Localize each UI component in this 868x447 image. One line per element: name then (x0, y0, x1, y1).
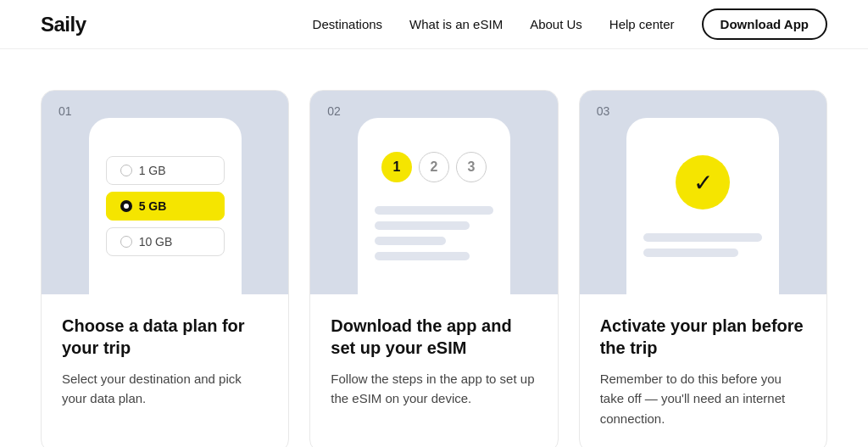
card-3-body: Activate your plan before the trip Remem… (580, 294, 826, 447)
main-nav: Destinations What is an eSIM About Us He… (313, 8, 827, 40)
phone-mockup-1: 1 GB 5 GB 10 GB (89, 118, 242, 294)
line-1 (375, 206, 493, 215)
radio-1gb (120, 165, 132, 176)
line-3-2 (643, 249, 738, 257)
card-1-body: Choose a data plan for your trip Select … (42, 294, 288, 433)
nav-destinations[interactable]: Destinations (313, 17, 383, 31)
plan-option-1gb: 1 GB (106, 156, 225, 185)
download-app-button[interactable]: Download App (702, 8, 827, 40)
card-2-desc: Follow the steps in the app to set up th… (331, 369, 537, 409)
how-it-works-section: 01 1 GB 5 GB 10 GB (41, 90, 827, 447)
logo: Saily (41, 13, 86, 36)
card-1-illustration: 01 1 GB 5 GB 10 GB (42, 91, 288, 294)
card-2-title: Download the app and set up your eSIM (331, 315, 537, 359)
line-3 (375, 237, 446, 245)
card-choose-plan: 01 1 GB 5 GB 10 GB (41, 90, 289, 447)
card-1-desc: Select your destination and pick your da… (62, 369, 268, 409)
line-3-1 (643, 233, 762, 242)
plan-label-5gb: 5 GB (139, 199, 167, 213)
phone-mockup-2: 1 2 3 (358, 118, 510, 294)
step-2-number: 02 (327, 104, 341, 118)
line-2 (375, 221, 470, 230)
content-lines-3 (640, 233, 765, 257)
step-3-number: 03 (597, 104, 610, 118)
step-circle-3: 3 (456, 152, 487, 182)
card-2-body: Download the app and set up your eSIM Fo… (310, 294, 557, 433)
step-1-number: 01 (58, 104, 72, 118)
radio-5gb (120, 200, 132, 212)
plan-option-10gb: 10 GB (106, 227, 225, 256)
card-download-app: 02 1 2 3 Download the app an (309, 90, 558, 447)
step-circle-2: 2 (419, 152, 449, 182)
step-circle-1: 1 (381, 152, 412, 182)
plan-label-10gb: 10 GB (139, 235, 173, 249)
card-1-title: Choose a data plan for your trip (62, 315, 268, 359)
line-4 (375, 252, 470, 260)
steps-indicator: 1 2 3 (381, 152, 487, 182)
card-3-desc: Remember to do this before you take off … (600, 369, 806, 428)
radio-10gb (120, 236, 132, 248)
plan-option-5gb: 5 GB (106, 192, 225, 221)
content-lines (371, 206, 497, 260)
nav-about-us[interactable]: About Us (530, 17, 582, 31)
card-activate-plan: 03 ✓ Activate your plan before the trip … (579, 90, 827, 447)
nav-what-is-esim[interactable]: What is an eSIM (409, 17, 503, 31)
card-3-title: Activate your plan before the trip (600, 315, 806, 359)
card-3-illustration: 03 ✓ (580, 91, 826, 294)
nav-help-center[interactable]: Help center (609, 17, 675, 31)
plan-label-1gb: 1 GB (139, 164, 166, 177)
checkmark-icon: ✓ (676, 155, 730, 210)
card-2-illustration: 02 1 2 3 (310, 91, 557, 294)
phone-mockup-3: ✓ (626, 118, 779, 294)
